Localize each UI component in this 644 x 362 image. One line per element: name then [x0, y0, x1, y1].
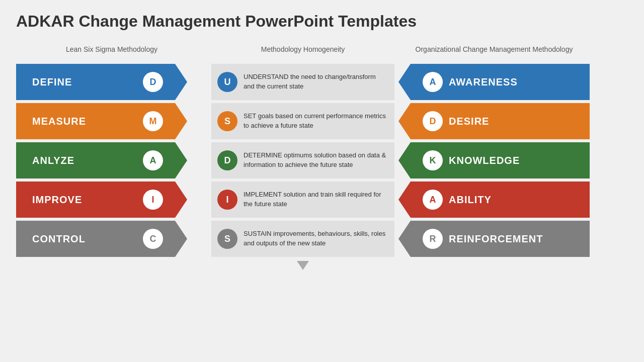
left-arrow-shape: CONTROL C — [16, 221, 187, 257]
right-column: Organizational Change Management Methodo… — [398, 38, 590, 354]
mid-circle: S — [217, 229, 237, 249]
left-arrow-label: MEASURE — [32, 116, 143, 127]
mid-circle: S — [217, 111, 237, 131]
left-arrow-row: MEASURE M — [16, 103, 207, 139]
mid-item-row: I IMPLEMENT solution and train skill req… — [211, 182, 394, 218]
left-column: Lean Six Sigma Methodology DEFINE D MEAS… — [16, 38, 207, 354]
left-arrow-shape: IMPROVE I — [16, 182, 187, 218]
mid-item-row: S SET goals based on current performance… — [211, 103, 394, 139]
right-arrow-label: REINFORCEMENT — [449, 233, 543, 245]
left-col-header: Lean Six Sigma Methodology — [16, 38, 207, 62]
content-area: Lean Six Sigma Methodology DEFINE D MEAS… — [16, 38, 628, 354]
left-arrow-shape: MEASURE M — [16, 103, 187, 139]
left-arrow-label: ANLYZE — [32, 155, 143, 166]
right-circle-badge: K — [423, 150, 443, 170]
mid-col-header: Methodology Homogeneity — [211, 38, 394, 62]
right-arrow-row: D DESIRE — [398, 103, 590, 139]
down-arrow-icon — [211, 261, 394, 270]
right-col-header: Organizational Change Management Methodo… — [398, 38, 590, 62]
right-arrow-label: AWARENESS — [449, 76, 518, 88]
mid-circle: D — [217, 150, 237, 170]
left-circle-badge: M — [143, 111, 163, 131]
left-arrow-label: IMPROVE — [32, 194, 143, 206]
left-arrow-shape: ANLYZE A — [16, 142, 187, 178]
mid-circle: I — [217, 190, 237, 210]
right-circle-badge: A — [423, 72, 443, 92]
left-arrow-row: IMPROVE I — [16, 182, 207, 218]
right-circle-badge: A — [423, 190, 443, 210]
mid-item-row: D DETERMINE optimums solution based on d… — [211, 142, 394, 178]
mid-item-text: UNDERSTAND the need to change/transform … — [244, 72, 388, 92]
left-arrow-row: CONTROL C — [16, 221, 207, 257]
left-circle-badge: C — [143, 229, 163, 249]
right-arrow-row: K KNOWLEDGE — [398, 142, 590, 178]
left-circle-badge: D — [143, 72, 163, 92]
left-arrow-row: DEFINE D — [16, 64, 207, 100]
right-arrow-row: A AWARENESS — [398, 64, 590, 100]
right-arrow-row: R REINFORCEMENT — [398, 221, 590, 257]
mid-item-text: SUSTAIN improvements, behaviours, skills… — [244, 229, 388, 248]
right-circle-badge: R — [423, 229, 443, 249]
mid-item-text: DETERMINE optimums solution based on dat… — [244, 151, 388, 170]
left-circle-badge: A — [143, 150, 163, 170]
mid-item-text: IMPLEMENT solution and train skill requi… — [244, 190, 388, 209]
left-arrow-label: CONTROL — [32, 233, 143, 245]
left-arrow-row: ANLYZE A — [16, 142, 207, 178]
mid-item-row: S SUSTAIN improvements, behaviours, skil… — [211, 221, 394, 257]
mid-column: Methodology Homogeneity U UNDERSTAND the… — [207, 38, 398, 354]
left-circle-badge: I — [143, 190, 163, 210]
page-title: ADKAR Change Management PowerPoint Templ… — [16, 12, 628, 31]
right-arrow-row: A ABILITY — [398, 182, 590, 218]
svg-marker-0 — [297, 261, 309, 270]
right-arrow-label: ABILITY — [449, 194, 492, 206]
mid-item-row: U UNDERSTAND the need to change/transfor… — [211, 64, 394, 100]
mid-circle: U — [217, 72, 237, 92]
left-arrow-shape: DEFINE D — [16, 64, 187, 100]
mid-item-text: SET goals based on current performance m… — [244, 112, 388, 131]
right-arrow-label: KNOWLEDGE — [449, 155, 520, 166]
right-arrow-label: DESIRE — [449, 116, 489, 127]
right-circle-badge: D — [423, 111, 443, 131]
left-arrow-label: DEFINE — [32, 76, 143, 88]
